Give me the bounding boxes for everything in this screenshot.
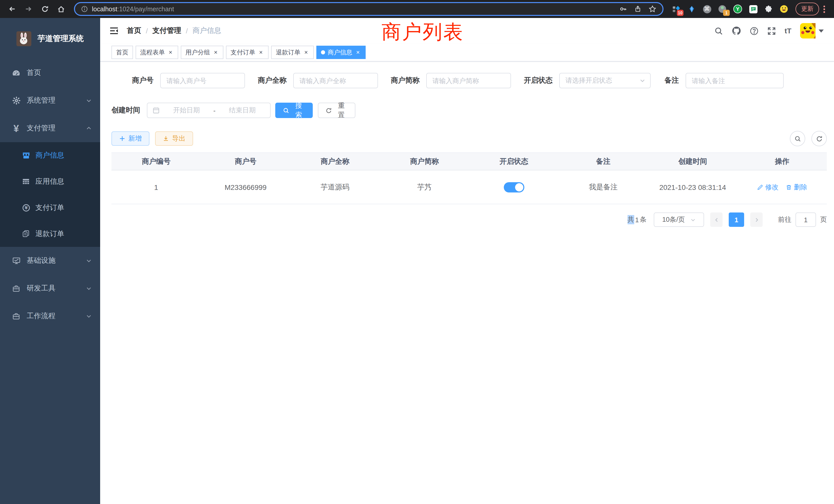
merchant-no-label: 商户号 [132,76,154,85]
col-full-name: 商户全称 [290,157,380,166]
sidebar-item-label: 支付管理 [27,124,56,133]
header-search-icon[interactable] [714,26,723,35]
browser-home-button[interactable] [54,2,68,16]
address-bar[interactable]: localhost:1024/pay/merchant [74,2,663,16]
breadcrumb-payment[interactable]: 支付管理 [153,26,181,36]
toggle-search-button[interactable] [790,131,805,146]
extension-puzzle-icon[interactable] [764,5,773,13]
extension-emoji-icon[interactable] [780,5,788,13]
tab-process-form[interactable]: 流程表单 [136,46,178,59]
export-button[interactable]: 导出 [155,131,193,146]
tab-label: 流程表单 [140,48,165,57]
sidebar-item-pay-order[interactable]: ¥ 支付订单 [0,194,100,221]
site-info-icon[interactable] [81,6,88,12]
goto-suffix: 页 [820,215,827,224]
chevron-down-icon [690,217,696,223]
store-icon [22,151,30,159]
gear-icon [11,96,21,105]
extension-y-icon[interactable] [733,5,742,13]
tab-refund-order[interactable]: 退款订单 [271,46,314,59]
next-page-button[interactable] [750,212,763,227]
add-button[interactable]: 新增 [111,131,150,146]
sidebar-collapse-icon[interactable] [109,26,118,36]
sidebar-item-refund-order[interactable]: 退款订单 [0,221,100,247]
tab-label: 退款订单 [276,48,301,57]
close-icon[interactable] [168,49,174,56]
merchant-no-input[interactable] [160,73,245,88]
tab-home[interactable]: 首页 [111,46,133,59]
sidebar-item-home[interactable]: 首页 [0,59,100,87]
bookmark-star-icon[interactable] [649,5,656,13]
command-glyph-icon [703,5,711,13]
extension-blocks-icon[interactable]: 10 [672,5,680,13]
payment-submenu: 商户信息 应用信息 ¥ 支付订单 退款订单 [0,142,100,247]
status-select[interactable]: 请选择开启状态 [559,73,651,88]
sidebar-item-dev-tools[interactable]: 研发工具 [0,275,100,302]
search-button[interactable]: 搜索 [275,102,313,118]
remark-input[interactable] [686,73,784,88]
user-avatar [800,23,815,39]
help-icon[interactable] [750,26,759,35]
url-text[interactable]: localhost:1024/pay/merchant [92,5,174,13]
browser-back-button[interactable] [5,2,19,16]
merchant-table: 商户编号 商户号 商户全称 商户简称 开启状态 备注 创建时间 操作 1 M23… [111,153,827,204]
github-icon[interactable] [732,26,741,36]
pagination-goto: 前往 页 [778,212,827,227]
short-name-input[interactable] [426,73,511,88]
full-name-input[interactable] [293,73,378,88]
font-size-icon[interactable] [785,27,791,35]
col-actions: 操作 [738,157,827,166]
active-dot-icon [321,50,325,54]
delete-link[interactable]: 删除 [786,182,807,192]
edit-link[interactable]: 修改 [757,182,778,192]
cell-merchant-id: 1 [111,183,201,191]
monitor-check-icon [11,257,21,265]
browser-menu-icon[interactable] [823,5,825,13]
goto-label: 前往 [778,215,791,224]
sidebar-item-workflow[interactable]: 工作流程 [0,302,100,330]
chevron-down-icon [86,313,92,319]
delete-label: 删除 [794,182,807,192]
close-icon[interactable] [303,49,309,56]
pencil-icon [757,184,763,190]
close-icon[interactable] [355,49,361,56]
extension-chat-icon[interactable] [749,5,758,13]
sidebar-item-payment[interactable]: ¥ 支付管理 [0,114,100,142]
extension-profile-icon[interactable]: 1 [718,5,727,13]
search-button-label: 搜索 [292,101,305,120]
password-key-icon[interactable] [619,5,627,13]
breadcrumb-home[interactable]: 首页 [127,26,141,36]
close-icon[interactable] [213,49,219,56]
reset-button[interactable]: 重置 [318,102,355,118]
sidebar-item-merchant-info[interactable]: 商户信息 [0,142,100,168]
extension-command-icon[interactable] [703,5,711,13]
sidebar-item-app-info[interactable]: 应用信息 [0,168,100,194]
page-size-select[interactable]: 10条/页 [654,212,704,227]
fullscreen-icon[interactable] [767,26,776,35]
goto-page-input[interactable] [795,212,816,227]
page-number-1[interactable]: 1 [729,212,744,227]
status-toggle[interactable] [504,182,524,192]
sidebar-item-label: 工作流程 [27,312,56,321]
browser-reload-button[interactable] [38,2,51,16]
app-title: 芋道管理系统 [38,33,84,43]
extension-gem-icon[interactable] [687,5,696,13]
create-time-range-picker[interactable]: 开始日期 - 结束日期 [147,102,271,118]
cell-create-time: 2021-10-23 08:31:14 [648,183,738,191]
search-icon [794,135,801,142]
close-icon[interactable] [258,49,264,56]
user-menu[interactable] [800,23,824,39]
tab-user-group[interactable]: 用户分组 [181,46,223,59]
filter-row-2: 创建时间 开始日期 - 结束日期 搜索 重置 [111,102,827,118]
prev-page-button[interactable] [710,212,723,227]
refresh-table-button[interactable] [811,131,827,146]
browser-update-button[interactable]: 更新 [795,3,819,16]
tab-merchant-info[interactable]: 商户信息 [316,46,366,59]
status-placeholder: 请选择开启状态 [565,76,612,85]
browser-forward-button[interactable] [22,2,35,16]
app-logo[interactable]: 芋道管理系统 [0,18,100,59]
sidebar-item-infrastructure[interactable]: 基础设施 [0,247,100,275]
sidebar-item-system[interactable]: 系统管理 [0,87,100,114]
share-icon[interactable] [634,5,641,13]
tab-pay-order[interactable]: 支付订单 [226,46,269,59]
